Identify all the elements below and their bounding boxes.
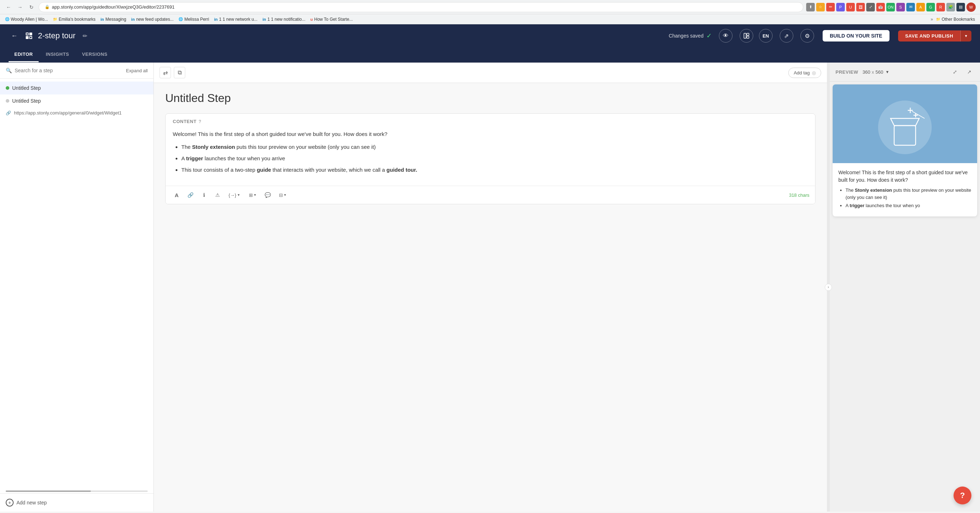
swap-button[interactable]: ⇄ xyxy=(159,67,171,78)
link-button[interactable]: 🔗 xyxy=(185,190,196,200)
forward-button[interactable]: → xyxy=(16,3,24,11)
ext-mail-icon[interactable]: ✉ xyxy=(906,3,915,11)
input-dropdown-button[interactable]: {→} ▼ xyxy=(226,191,243,199)
tour-title[interactable]: 2-step tour xyxy=(38,31,75,40)
refresh-button[interactable]: ↻ xyxy=(27,3,36,11)
ext-img-icon[interactable]: 🖼 xyxy=(856,3,865,11)
step-item-1[interactable]: Untitled Step xyxy=(0,81,153,94)
bold-guide: guide xyxy=(257,167,271,173)
add-step-label: Add new step xyxy=(16,500,47,505)
ext-star-icon[interactable]: ☆ xyxy=(816,3,825,11)
info-button[interactable]: ℹ xyxy=(199,190,209,200)
step-dot-inactive xyxy=(6,99,9,103)
content-label: CONTENT ? xyxy=(165,114,815,127)
add-step-button[interactable]: + Add new step xyxy=(0,493,153,511)
web-icon: 🌐 xyxy=(178,17,183,21)
edit-title-button[interactable]: ✏ xyxy=(83,33,87,39)
bookmark-melissa[interactable]: 🌐 Melissa Perri xyxy=(176,16,211,22)
step-item-2[interactable]: Untitled Step xyxy=(0,94,153,107)
bold-trigger: trigger xyxy=(186,155,203,161)
tab-editor[interactable]: EDITOR xyxy=(9,47,39,62)
tab-versions[interactable]: VERSIONS xyxy=(76,47,113,62)
help-button[interactable]: ? xyxy=(953,486,971,504)
bookmark-other[interactable]: 📁 Other Bookmarks xyxy=(934,16,977,22)
add-tag-button[interactable]: Add tag ◎ xyxy=(788,68,821,78)
step-link-item[interactable]: 🔗 https://app.stonly.com/app/general/0/w… xyxy=(0,107,153,118)
tab-insights[interactable]: INSIGHTS xyxy=(40,47,75,62)
url-text: app.stonly.com/app/guidedtour/XIwxjzeQ3G… xyxy=(52,4,175,10)
ext-on-icon[interactable]: ON xyxy=(886,3,895,11)
preview-label: PREVIEW xyxy=(835,69,858,75)
language-button[interactable]: EN xyxy=(759,29,773,43)
sidebar-scrollbar[interactable] xyxy=(6,491,148,492)
preview-panel: PREVIEW 360 x 560 ▼ ⤢ ↗ xyxy=(830,63,980,511)
step-title-input[interactable] xyxy=(165,92,816,105)
bullet-3: This tour consists of a two-step guide t… xyxy=(181,166,808,174)
preview-expand-button[interactable]: ⤢ xyxy=(950,67,960,77)
comment-button[interactable]: 💬 xyxy=(262,190,273,200)
expand-all-button[interactable]: Expand all xyxy=(126,68,148,73)
bookmark-notification[interactable]: in 1 1 new notificatio... xyxy=(260,16,308,22)
preview-size-selector[interactable]: 360 x 560 ▼ xyxy=(862,69,889,75)
bookmark-emilia[interactable]: 📁 Emilia's bookmarks xyxy=(51,16,98,22)
bookmark-howto[interactable]: u How To Get Starte... xyxy=(308,16,355,22)
ext-share-icon[interactable]: ⬆ xyxy=(806,3,815,11)
bookmark-folder-icon: 📁 xyxy=(53,17,57,21)
layout-dropdown-button[interactable]: ⊟ ▼ xyxy=(276,191,290,199)
back-button[interactable]: ← xyxy=(4,3,13,11)
changes-saved-text: Changes saved xyxy=(669,33,703,39)
user-avatar[interactable]: W xyxy=(966,3,976,12)
ext-u-icon[interactable]: U xyxy=(846,3,855,11)
search-input[interactable] xyxy=(15,68,123,73)
save-publish-dropdown-button[interactable]: ▼ xyxy=(960,30,971,41)
bookmark-icon: 🌐 xyxy=(5,17,9,21)
bookmark-woody[interactable]: 🌐 Woody Allen | Wo... xyxy=(3,16,50,22)
stonly-illustration xyxy=(869,92,941,156)
ext-s-icon[interactable]: S xyxy=(896,3,905,11)
settings-button[interactable]: ⚙ xyxy=(800,29,814,43)
nav-tabs: EDITOR INSIGHTS VERSIONS xyxy=(0,47,980,63)
font-button[interactable]: A xyxy=(171,190,182,200)
table-icon: ⊞ xyxy=(249,193,253,198)
share-button[interactable]: ⇗ xyxy=(780,29,793,43)
ext-g-icon[interactable]: G xyxy=(926,3,935,11)
size-dropdown-icon[interactable]: ▼ xyxy=(885,70,889,74)
back-nav-button[interactable]: ← xyxy=(9,30,20,41)
ext-pocket-icon[interactable]: P xyxy=(836,3,845,11)
eye-button[interactable]: 👁 xyxy=(719,29,732,43)
sidebar: 🔍 Expand all Untitled Step Untitled Step… xyxy=(0,63,154,511)
more-bookmarks[interactable]: » xyxy=(931,17,933,22)
table-dropdown-button[interactable]: ⊞ ▼ xyxy=(246,191,260,199)
content-block: CONTENT ? Welcome! This is the first ste… xyxy=(165,113,816,204)
lock-icon: 🔒 xyxy=(45,5,50,9)
ext-r-icon[interactable]: R xyxy=(936,3,945,11)
expand-arrow-button[interactable]: › xyxy=(825,284,832,291)
logo-squares-icon xyxy=(26,33,32,39)
app-logo xyxy=(26,33,32,39)
bookmark-network[interactable]: in 1 1 new network u... xyxy=(212,16,260,22)
save-publish-button[interactable]: SAVE AND PUBLISH xyxy=(898,30,960,41)
search-icon: 🔍 xyxy=(6,68,12,73)
content-text-area[interactable]: Welcome! This is the first step of a sho… xyxy=(165,127,815,186)
bookmark-messaging[interactable]: in Messaging xyxy=(99,16,129,22)
ext-expand-icon[interactable]: ⤢ xyxy=(866,3,875,11)
resize-handle[interactable]: › xyxy=(827,63,830,511)
ext-pen-icon[interactable]: ✏ xyxy=(826,3,835,11)
preview-external-button[interactable]: ↗ xyxy=(964,67,974,77)
ext-a-icon[interactable]: A xyxy=(916,3,925,11)
dropdown-chevron-3: ▼ xyxy=(284,193,287,197)
preview-height: 560 xyxy=(875,69,883,75)
copy-button[interactable]: ⧉ xyxy=(174,67,185,78)
layout-button[interactable] xyxy=(740,29,753,43)
bookmark-feed[interactable]: in new feed updates... xyxy=(129,16,176,22)
ext-sidebar-icon[interactable]: ▤ xyxy=(956,3,965,11)
warning-button[interactable]: ⚠ xyxy=(212,190,223,200)
ext-puzzle-icon[interactable]: 🧩 xyxy=(947,3,955,11)
content-help-icon[interactable]: ? xyxy=(199,119,201,124)
address-bar[interactable]: 🔒 app.stonly.com/app/guidedtour/XIwxjzeQ… xyxy=(39,2,803,12)
ext-cal-icon[interactable]: 📅 xyxy=(876,3,885,11)
preview-content-area: Welcome! This is the first step of a sho… xyxy=(830,81,980,511)
chevron-down-icon: ▼ xyxy=(964,34,968,38)
build-on-site-button[interactable]: BUILD ON YOUR SITE xyxy=(822,30,889,41)
editor-content: CONTENT ? Welcome! This is the first ste… xyxy=(154,83,827,511)
